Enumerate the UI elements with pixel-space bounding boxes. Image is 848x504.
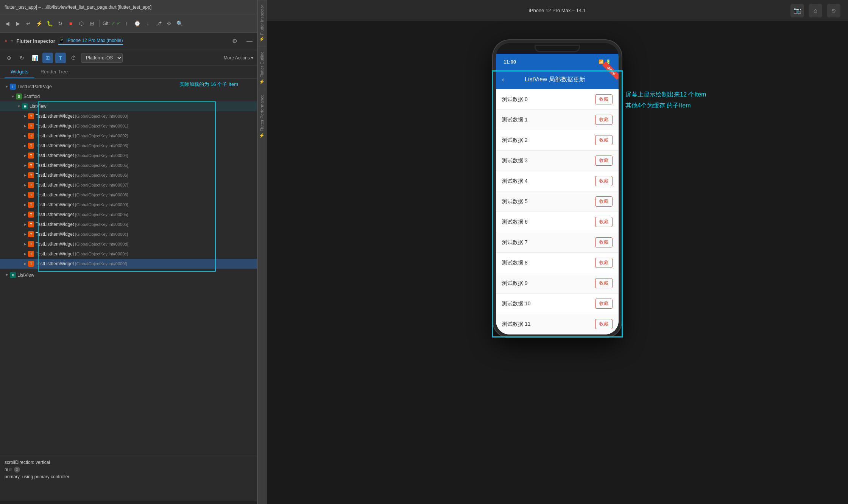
widget-icon[interactable]: ⊞ — [88, 19, 96, 28]
inspector-title: Flutter Inspector — [16, 38, 55, 44]
refresh-btn[interactable]: ↻ — [17, 53, 27, 63]
collect-btn-9[interactable]: 收藏 — [595, 278, 613, 288]
list-item-7[interactable]: 测试数据 7 收藏 — [496, 232, 619, 253]
side-tab-inspector[interactable]: ⚡ Flutter Inspector — [258, 0, 266, 47]
bottom-listview-node[interactable]: ▼ ⊞ ListView — [0, 270, 257, 280]
collect-btn-8[interactable]: 收藏 — [595, 258, 613, 268]
item-key-13: [GlobalObjectKey int#0000d] — [74, 242, 128, 246]
tree-item-1[interactable]: ▶ T TestListItemWidget [GlobalObjectKey … — [0, 121, 257, 131]
collect-btn-11[interactable]: 收藏 — [595, 319, 613, 329]
collect-btn-3[interactable]: 收藏 — [595, 156, 613, 166]
item-label-14: TestListItemWidget — [36, 251, 74, 257]
collect-btn-5[interactable]: 收藏 — [595, 196, 613, 207]
back-icon[interactable]: ◀ — [3, 19, 11, 28]
list-item-2[interactable]: 测试数据 2 收藏 — [496, 130, 619, 151]
select-btn[interactable]: ⊞ — [42, 53, 53, 63]
tab-close-icon[interactable]: × — [5, 38, 8, 44]
tree-item-2[interactable]: ▶ T TestListItemWidget [GlobalObjectKey … — [0, 131, 257, 141]
list-item-5[interactable]: 测试数据 5 收藏 — [496, 191, 619, 212]
tree-item-15[interactable]: ▶ T TestListItemWidget [GlobalObjectKey … — [0, 259, 257, 269]
tree-item-13[interactable]: ▶ T TestListItemWidget [GlobalObjectKey … — [0, 239, 257, 249]
forward-icon[interactable]: ▶ — [14, 19, 22, 28]
bottom-scrollbar[interactable] — [0, 501, 257, 504]
item-badge-11: T — [28, 221, 34, 227]
collect-btn-6[interactable]: 收藏 — [595, 217, 613, 227]
undo-icon[interactable]: ↩ — [24, 19, 33, 28]
item-key-7: [GlobalObjectKey int#00007] — [74, 183, 128, 187]
tree-item-10[interactable]: ▶ T TestListItemWidget [GlobalObjectKey … — [0, 210, 257, 219]
list-item-9[interactable]: 测试数据 9 收藏 — [496, 273, 619, 294]
scaffold-node[interactable]: ▼ S Scaffold — [0, 92, 257, 101]
collect-btn-2[interactable]: 收藏 — [595, 135, 613, 145]
item-text-11: 测试数据 11 — [502, 321, 530, 328]
add-btn[interactable]: ⊕ — [4, 53, 14, 63]
chart-btn[interactable]: 📊 — [30, 53, 40, 63]
list-item-3[interactable]: 测试数据 3 收藏 — [496, 151, 619, 171]
screenshot-btn[interactable]: 📷 — [790, 4, 804, 17]
side-tabs-panel: ⚡ Flutter Inspector ⚡ Flutter Outline ⚡ … — [257, 0, 267, 504]
back-arrow-icon[interactable]: ‹ — [502, 76, 504, 84]
tree-item-4[interactable]: ▶ T TestListItemWidget [GlobalObjectKey … — [0, 151, 257, 160]
tree-item-14[interactable]: ▶ T TestListItemWidget [GlobalObjectKey … — [0, 249, 257, 259]
item-badge-15: T — [28, 261, 34, 267]
item-arrow-12: ▶ — [23, 232, 27, 236]
tree-item-9[interactable]: ▶ T TestListItemWidget [GlobalObjectKey … — [0, 200, 257, 210]
more-actions-btn[interactable]: More Actions ▾ — [224, 55, 253, 61]
clock-btn[interactable]: ⏱ — [68, 53, 79, 63]
item-text-3: 测试数据 3 — [502, 157, 528, 164]
settings-icon[interactable]: ⚙ — [165, 19, 173, 28]
list-item-4[interactable]: 测试数据 4 收藏 — [496, 171, 619, 191]
settings-gear-icon[interactable]: ⚙ — [232, 37, 237, 45]
list-item-11[interactable]: 测试数据 11 收藏 — [496, 314, 619, 334]
tab-widgets[interactable]: Widgets — [5, 66, 34, 78]
pull-icon[interactable]: ↓ — [144, 19, 152, 28]
branch-icon[interactable]: ⎇ — [154, 19, 163, 28]
collect-btn-10[interactable]: 收藏 — [595, 299, 613, 309]
debug-icon[interactable]: 🐛 — [45, 19, 54, 28]
push-icon[interactable]: ↑ — [123, 19, 131, 28]
search-icon[interactable]: 🔍 — [176, 19, 184, 28]
run-icon[interactable]: ⚡ — [35, 19, 43, 28]
device-selector[interactable]: 📱 iPhone 12 Pro Max (mobile) — [58, 37, 123, 45]
bottom-arrow: ▼ — [5, 273, 9, 277]
tree-item-11[interactable]: ▶ T TestListItemWidget [GlobalObjectKey … — [0, 219, 257, 229]
stop-icon[interactable]: ■ — [67, 19, 75, 28]
tree-item-5[interactable]: ▶ T TestListItemWidget [GlobalObjectKey … — [0, 160, 257, 170]
collect-btn-7[interactable]: 收藏 — [595, 237, 613, 247]
collect-btn-0[interactable]: 收藏 — [595, 94, 613, 104]
tree-item-6[interactable]: ▶ T TestListItemWidget [GlobalObjectKey … — [0, 170, 257, 180]
item-badge-6: T — [28, 172, 34, 178]
tree-item-7[interactable]: ▶ T TestListItemWidget [GlobalObjectKey … — [0, 180, 257, 190]
list-item-10[interactable]: 测试数据 10 收藏 — [496, 294, 619, 314]
tree-item-0[interactable]: ▶ T TestListItemWidget [GlobalObjectKey … — [0, 111, 257, 121]
item-badge-8: T — [28, 192, 34, 198]
list-item-6[interactable]: 测试数据 6 收藏 — [496, 212, 619, 232]
platform-select[interactable]: Platform: iOS — [81, 53, 123, 63]
history-icon[interactable]: ⌚ — [133, 19, 142, 28]
collect-btn-4[interactable]: 收藏 — [595, 176, 613, 186]
minimize-icon[interactable]: — — [246, 38, 253, 45]
profile-icon[interactable]: ⬡ — [77, 19, 86, 28]
tab-list-icon[interactable]: ≡ — [11, 38, 14, 44]
list-item-1[interactable]: 测试数据 1 收藏 — [496, 110, 619, 130]
app-bar-title: ListView 局部数据更新 — [509, 76, 601, 84]
listview-arrow: ▼ — [17, 104, 21, 109]
reload-icon[interactable]: ↻ — [56, 19, 64, 28]
tab-render-tree[interactable]: Render Tree — [34, 66, 74, 78]
right-panel: iPhone 12 Pro Max – 14.1 📷 ⌂ ⎋ 11:00 — [267, 0, 848, 504]
text-btn[interactable]: T — [55, 53, 66, 63]
item-key-9: [GlobalObjectKey int#00009] — [74, 202, 128, 207]
listview-node[interactable]: ▼ ⊞ ListView — [0, 101, 257, 111]
tree-item-12[interactable]: ▶ T TestListItemWidget [GlobalObjectKey … — [0, 229, 257, 239]
tree-item-3[interactable]: ▶ T TestListItemWidget [GlobalObjectKey … — [0, 141, 257, 151]
list-item-0[interactable]: 测试数据 0 收藏 — [496, 89, 619, 110]
tree-item-8[interactable]: ▶ T TestListItemWidget [GlobalObjectKey … — [0, 190, 257, 200]
phone-icon: 📱 — [58, 37, 65, 44]
lock-btn[interactable]: ⎋ — [827, 4, 840, 17]
home-btn[interactable]: ⌂ — [809, 4, 822, 17]
side-tab-outline-label: Flutter Outline — [260, 51, 264, 78]
side-tab-performance[interactable]: ⚡ Flutter Performance — [258, 90, 266, 143]
list-item-8[interactable]: 测试数据 8 收藏 — [496, 253, 619, 273]
side-tab-outline[interactable]: ⚡ Flutter Outline — [258, 47, 266, 89]
collect-btn-1[interactable]: 收藏 — [595, 115, 613, 125]
